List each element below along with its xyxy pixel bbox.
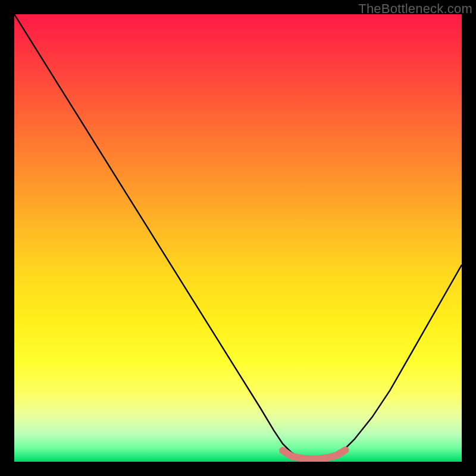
chart-frame: TheBottleneck.com [0,0,476,476]
chart-svg [14,14,462,462]
optimum-band [283,450,345,459]
watermark-text: TheBottleneck.com [358,1,472,17]
chart-gradient-area [14,14,462,462]
bottleneck-curve [14,14,462,459]
